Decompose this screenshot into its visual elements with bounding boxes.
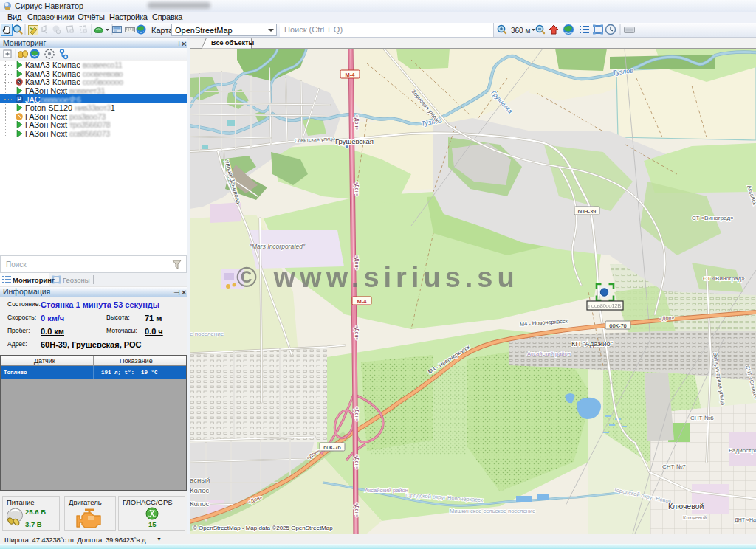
svg-text:СТ «Виноград»: СТ «Виноград» bbox=[692, 215, 734, 221]
svg-text:60Н-39: 60Н-39 bbox=[578, 208, 597, 215]
svg-text:60К-76: 60К-76 bbox=[323, 444, 341, 451]
svg-text:60К-76: 60К-76 bbox=[609, 322, 627, 329]
svg-text:Колос: Колос bbox=[190, 486, 210, 494]
svg-text:е поселение: е поселение bbox=[190, 331, 224, 337]
svg-text:поов80оо12В: поов80оо12В bbox=[588, 303, 621, 309]
svg-text:«Дон»: «Дон» bbox=[354, 182, 360, 196]
svg-text:ДНТ «На: ДНТ «На bbox=[735, 517, 756, 523]
svg-text:КП "Адажио": КП "Адажио" bbox=[571, 339, 613, 348]
svg-text:«Дон»: «Дон» bbox=[354, 115, 360, 130]
svg-text:"Mars Incorporated": "Mars Incorporated" bbox=[250, 243, 306, 250]
svg-text:Колос: Колос bbox=[190, 500, 210, 508]
svg-text:© OpenStreetMap - Map data ©20: © OpenStreetMap - Map data ©2025 OpenStr… bbox=[193, 525, 333, 531]
svg-text:P: P bbox=[17, 96, 21, 103]
svg-text:СТ «Виноград»: СТ «Виноград» bbox=[703, 275, 745, 282]
svg-text:Аксайский район: Аксайский район bbox=[527, 351, 571, 357]
svg-text:М-4: М-4 bbox=[357, 298, 368, 305]
svg-text:Ключевой: Ключевой bbox=[668, 502, 704, 511]
svg-text:© www.sirius.su: © www.sirius.su bbox=[236, 262, 519, 293]
svg-text:М-4: М-4 bbox=[346, 72, 356, 78]
svg-text:«Дон»: «Дон» bbox=[354, 325, 360, 340]
svg-text:Грушевская: Грушевская bbox=[335, 137, 374, 145]
svg-text:«Дон»: «Дон» bbox=[354, 455, 360, 469]
svg-text:«Дон»: «Дон» bbox=[354, 503, 360, 517]
svg-text:Аксайский район: Аксайский район bbox=[365, 487, 408, 494]
svg-text:Ключевой: Ключевой bbox=[683, 515, 707, 520]
svg-text:СНТ №6: СНТ №6 bbox=[690, 415, 714, 421]
svg-text:асный: асный bbox=[190, 476, 210, 484]
svg-text:СНТ №7: СНТ №7 bbox=[662, 463, 686, 470]
svg-text:Радиостро: Радиостро bbox=[729, 447, 756, 454]
svg-text:Мишкинское сельское поселение: Мишкинское сельское поселение bbox=[450, 508, 535, 514]
svg-text:«Дон»: «Дон» bbox=[354, 407, 360, 421]
